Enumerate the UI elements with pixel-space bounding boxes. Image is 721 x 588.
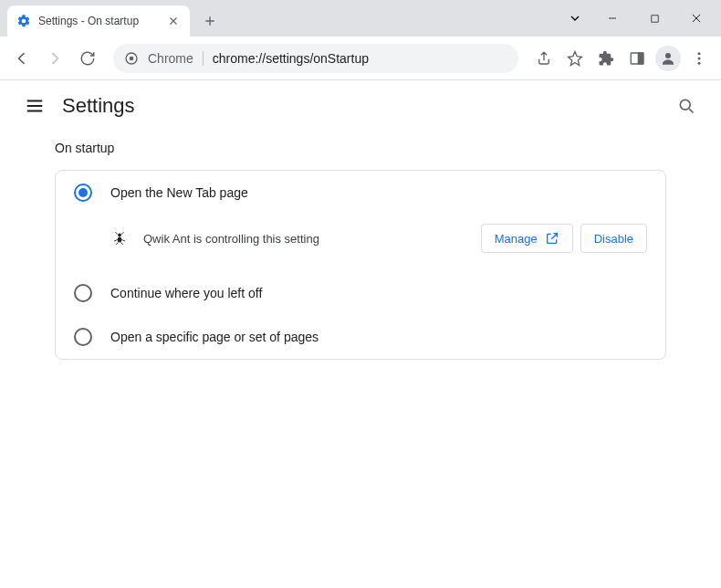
back-button[interactable] xyxy=(7,44,37,73)
manage-label: Manage xyxy=(495,232,538,246)
radio-icon[interactable] xyxy=(74,284,92,302)
omnibox-url: chrome://settings/onStartup xyxy=(213,51,369,66)
reload-button[interactable] xyxy=(73,44,102,73)
open-external-icon xyxy=(545,231,559,246)
option-new-tab[interactable]: Open the New Tab page xyxy=(56,171,665,215)
manage-button[interactable]: Manage xyxy=(481,224,573,253)
gear-icon xyxy=(16,14,31,28)
title-bar: Settings - On startup xyxy=(0,0,721,37)
omnibox-prefix: Chrome xyxy=(148,51,193,66)
svg-point-8 xyxy=(698,61,701,64)
svg-rect-4 xyxy=(639,53,643,64)
browser-toolbar: Chrome chrome://settings/onStartup xyxy=(0,37,721,80)
svg-point-9 xyxy=(680,100,690,110)
close-tab-icon[interactable] xyxy=(166,14,181,28)
on-startup-card: Open the New Tab page Qwik Ant is contro… xyxy=(55,170,666,360)
settings-content: On startup Open the New Tab page Qwik An… xyxy=(0,131,721,369)
extensions-button[interactable] xyxy=(591,44,621,73)
svg-rect-0 xyxy=(651,15,657,21)
tab-title: Settings - On startup xyxy=(38,15,166,27)
radio-icon[interactable] xyxy=(74,328,92,346)
search-settings-button[interactable] xyxy=(670,89,703,122)
section-title: On startup xyxy=(55,141,666,155)
svg-point-2 xyxy=(130,56,134,60)
address-bar[interactable]: Chrome chrome://settings/onStartup xyxy=(113,44,518,73)
svg-point-5 xyxy=(665,53,671,58)
hamburger-menu-button[interactable] xyxy=(18,89,51,122)
share-button[interactable] xyxy=(529,44,559,73)
forward-button[interactable] xyxy=(40,44,69,73)
window-controls xyxy=(559,0,721,37)
option-label: Open the New Tab page xyxy=(110,185,248,200)
extension-ant-icon xyxy=(110,229,129,247)
browser-tab[interactable]: Settings - On startup xyxy=(7,5,190,37)
page-title: Settings xyxy=(62,94,135,118)
minimize-button[interactable] xyxy=(591,4,633,33)
extension-notice: Qwik Ant is controlling this setting Man… xyxy=(56,215,665,271)
svg-point-11 xyxy=(118,233,121,236)
extension-notice-text: Qwik Ant is controlling this setting xyxy=(143,232,474,246)
side-panel-button[interactable] xyxy=(622,44,652,73)
profile-button[interactable] xyxy=(653,44,683,73)
new-tab-button[interactable] xyxy=(197,8,223,34)
svg-point-10 xyxy=(118,237,122,243)
chrome-icon xyxy=(124,51,139,66)
close-window-button[interactable] xyxy=(675,4,717,33)
tab-search-button[interactable] xyxy=(559,4,591,33)
menu-button[interactable] xyxy=(684,44,714,73)
svg-point-6 xyxy=(698,52,701,55)
option-continue[interactable]: Continue where you left off xyxy=(56,271,665,315)
settings-header: Settings xyxy=(0,80,721,131)
omnibox-divider xyxy=(203,51,204,66)
disable-button[interactable]: Disable xyxy=(580,224,647,253)
maximize-button[interactable] xyxy=(633,4,675,33)
bookmark-button[interactable] xyxy=(560,44,590,73)
radio-selected-icon[interactable] xyxy=(74,184,92,202)
option-label: Open a specific page or set of pages xyxy=(110,330,319,344)
disable-label: Disable xyxy=(594,232,633,246)
option-label: Continue where you left off xyxy=(110,286,262,300)
option-specific[interactable]: Open a specific page or set of pages xyxy=(56,315,665,359)
svg-point-7 xyxy=(698,57,701,59)
